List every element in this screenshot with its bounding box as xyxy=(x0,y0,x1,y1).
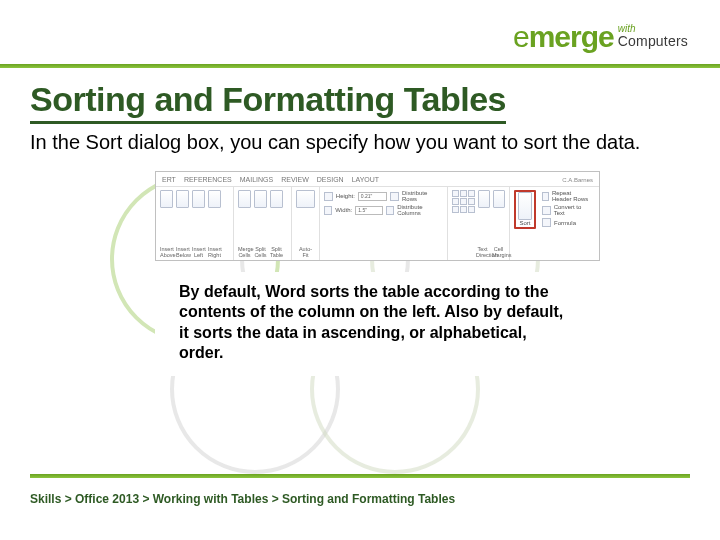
autofit-icon xyxy=(296,190,315,208)
merge-cells-icon xyxy=(238,190,251,208)
split-cells-icon xyxy=(254,190,267,208)
alignment-grid-icon xyxy=(452,190,475,213)
split-table-icon xyxy=(270,190,283,208)
page-title: Sorting and Formatting Tables xyxy=(30,80,506,124)
repeat-header-icon xyxy=(542,192,549,201)
convert-text-icon xyxy=(542,206,551,215)
sort-button-highlight: Sort xyxy=(514,190,536,229)
ribbon-tab: REFERENCES xyxy=(184,176,232,183)
ribbon-tab: ERT xyxy=(162,176,176,183)
ribbon-group-rows: Insert Above Insert Below Insert Left In… xyxy=(156,187,234,260)
sort-icon xyxy=(518,192,532,220)
width-value: 1.5" xyxy=(355,206,383,215)
formula-icon xyxy=(542,218,551,227)
height-value: 0.21" xyxy=(358,192,387,201)
word-ribbon-screenshot: ERT REFERENCES MAILINGS REVIEW DESIGN LA… xyxy=(155,171,600,261)
logo-wordmark: emerge xyxy=(513,22,614,52)
insert-right-icon xyxy=(208,190,221,208)
insert-above-icon xyxy=(160,190,173,208)
insert-below-icon xyxy=(176,190,189,208)
ribbon-tab: MAILINGS xyxy=(240,176,273,183)
bottom-divider xyxy=(30,474,690,478)
ribbon-group-autofit: Auto-Fit xyxy=(292,187,320,260)
logo-sub: Computers xyxy=(618,34,688,48)
insert-left-icon xyxy=(192,190,205,208)
cell-margins-icon xyxy=(493,190,505,208)
dist-rows-icon xyxy=(390,192,399,201)
ribbon-tab: DESIGN xyxy=(317,176,344,183)
ribbon-tab: LAYOUT xyxy=(352,176,380,183)
breadcrumb: Skills > Office 2013 > Working with Tabl… xyxy=(30,492,455,506)
row-height-icon xyxy=(324,192,333,201)
top-divider xyxy=(0,64,720,68)
ribbon-group-cellsize: Height:0.21"Distribute Rows Width:1.5"Di… xyxy=(320,187,448,260)
ribbon-group-data: Sort Repeat Header Rows Convert to Text … xyxy=(510,187,596,260)
ribbon-group-merge: Merge Cells Split Cells Split Table xyxy=(234,187,292,260)
ribbon-tabs: ERT REFERENCES MAILINGS REVIEW DESIGN LA… xyxy=(162,173,593,186)
col-width-icon xyxy=(324,206,332,215)
intro-text: In the Sort dialog box, you can specify … xyxy=(30,130,670,155)
ribbon-tab: REVIEW xyxy=(281,176,309,183)
ribbon-group-align: Text DirectionCell Margins xyxy=(448,187,510,260)
slide-content: Sorting and Formatting Tables In the Sor… xyxy=(30,80,690,462)
brand-logo: emerge with Computers xyxy=(513,22,688,52)
explanation-box: By default, Word sorts the table accordi… xyxy=(155,272,587,376)
text-direction-icon xyxy=(478,190,490,208)
ribbon-signin: C.A.Barnes xyxy=(562,177,593,183)
dist-cols-icon xyxy=(386,206,394,215)
